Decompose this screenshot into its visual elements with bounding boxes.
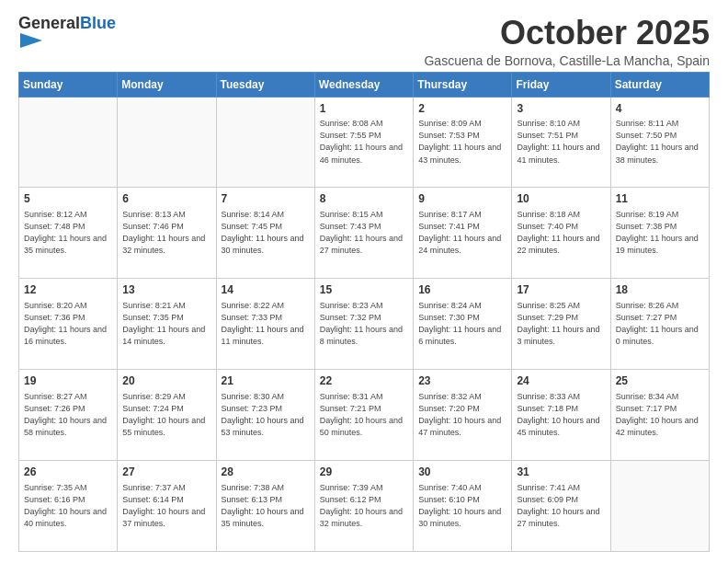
- day-cell: 31Sunrise: 7:41 AM Sunset: 6:09 PM Dayli…: [512, 461, 610, 552]
- day-cell: [610, 461, 709, 552]
- day-cell: 11Sunrise: 8:19 AM Sunset: 7:38 PM Dayli…: [610, 188, 709, 279]
- week-row-4: 26Sunrise: 7:35 AM Sunset: 6:16 PM Dayli…: [19, 461, 710, 552]
- day-number: 17: [517, 282, 605, 298]
- day-number: 9: [418, 191, 506, 207]
- day-info: Sunrise: 8:34 AM Sunset: 7:17 PM Dayligh…: [616, 391, 704, 439]
- day-info: Sunrise: 8:18 AM Sunset: 7:40 PM Dayligh…: [517, 209, 605, 257]
- day-cell: 20Sunrise: 8:29 AM Sunset: 7:24 PM Dayli…: [118, 370, 216, 461]
- day-number: 18: [616, 282, 704, 298]
- day-cell: [19, 97, 118, 188]
- day-info: Sunrise: 7:38 AM Sunset: 6:13 PM Dayligh…: [222, 482, 310, 530]
- day-cell: [118, 97, 216, 188]
- day-info: Sunrise: 8:09 AM Sunset: 7:53 PM Dayligh…: [418, 118, 506, 166]
- day-cell: 6Sunrise: 8:13 AM Sunset: 7:46 PM Daylig…: [118, 188, 216, 279]
- day-cell: 26Sunrise: 7:35 AM Sunset: 6:16 PM Dayli…: [19, 461, 118, 552]
- day-number: 14: [222, 282, 310, 298]
- day-info: Sunrise: 8:21 AM Sunset: 7:35 PM Dayligh…: [122, 300, 210, 348]
- logo-text: GeneralBlue: [18, 15, 116, 33]
- day-info: Sunrise: 8:22 AM Sunset: 7:33 PM Dayligh…: [222, 300, 310, 348]
- header: GeneralBlue October 2025 Gascuena de Bor…: [18, 15, 710, 68]
- header-cell-wednesday: Wednesday: [314, 72, 413, 97]
- day-cell: 3Sunrise: 8:10 AM Sunset: 7:51 PM Daylig…: [512, 97, 610, 188]
- day-number: 10: [517, 191, 605, 207]
- day-cell: 9Sunrise: 8:17 AM Sunset: 7:41 PM Daylig…: [414, 188, 512, 279]
- day-info: Sunrise: 7:39 AM Sunset: 6:12 PM Dayligh…: [320, 482, 408, 530]
- day-number: 31: [517, 465, 605, 480]
- day-cell: 19Sunrise: 8:27 AM Sunset: 7:26 PM Dayli…: [19, 370, 118, 461]
- day-number: 26: [24, 465, 112, 480]
- day-info: Sunrise: 8:25 AM Sunset: 7:29 PM Dayligh…: [517, 300, 605, 348]
- day-number: 23: [418, 373, 506, 389]
- day-cell: 16Sunrise: 8:24 AM Sunset: 7:30 PM Dayli…: [414, 279, 512, 370]
- day-number: 27: [122, 465, 210, 480]
- day-info: Sunrise: 8:30 AM Sunset: 7:23 PM Dayligh…: [222, 391, 310, 439]
- header-cell-sunday: Sunday: [19, 72, 118, 97]
- day-info: Sunrise: 8:17 AM Sunset: 7:41 PM Dayligh…: [418, 209, 506, 257]
- svg-marker-0: [20, 33, 42, 48]
- week-row-1: 5Sunrise: 8:12 AM Sunset: 7:48 PM Daylig…: [19, 188, 710, 279]
- logo-general: General: [18, 14, 80, 32]
- day-cell: 1Sunrise: 8:08 AM Sunset: 7:55 PM Daylig…: [314, 97, 413, 188]
- day-cell: 15Sunrise: 8:23 AM Sunset: 7:32 PM Dayli…: [314, 279, 413, 370]
- header-cell-saturday: Saturday: [610, 72, 709, 97]
- header-cell-tuesday: Tuesday: [216, 72, 314, 97]
- day-cell: 10Sunrise: 8:18 AM Sunset: 7:40 PM Dayli…: [512, 188, 610, 279]
- day-cell: 12Sunrise: 8:20 AM Sunset: 7:36 PM Dayli…: [19, 279, 118, 370]
- title-block: October 2025 Gascuena de Bornova, Castil…: [424, 15, 710, 68]
- day-number: 24: [517, 373, 605, 389]
- day-info: Sunrise: 7:35 AM Sunset: 6:16 PM Dayligh…: [24, 482, 112, 530]
- header-cell-thursday: Thursday: [414, 72, 512, 97]
- day-info: Sunrise: 8:12 AM Sunset: 7:48 PM Dayligh…: [24, 209, 112, 257]
- header-cell-monday: Monday: [118, 72, 216, 97]
- week-row-2: 12Sunrise: 8:20 AM Sunset: 7:36 PM Dayli…: [19, 279, 710, 370]
- day-number: 1: [320, 101, 408, 117]
- header-cell-friday: Friday: [512, 72, 610, 97]
- week-row-0: 1Sunrise: 8:08 AM Sunset: 7:55 PM Daylig…: [19, 97, 710, 188]
- day-info: Sunrise: 7:41 AM Sunset: 6:09 PM Dayligh…: [517, 482, 605, 530]
- day-cell: [216, 97, 314, 188]
- day-number: 2: [418, 101, 506, 117]
- day-number: 22: [320, 373, 408, 389]
- day-cell: 28Sunrise: 7:38 AM Sunset: 6:13 PM Dayli…: [216, 461, 314, 552]
- day-cell: 23Sunrise: 8:32 AM Sunset: 7:20 PM Dayli…: [414, 370, 512, 461]
- day-cell: 25Sunrise: 8:34 AM Sunset: 7:17 PM Dayli…: [610, 370, 709, 461]
- day-number: 4: [616, 101, 704, 117]
- calendar-body: 1Sunrise: 8:08 AM Sunset: 7:55 PM Daylig…: [19, 97, 710, 551]
- day-cell: 21Sunrise: 8:30 AM Sunset: 7:23 PM Dayli…: [216, 370, 314, 461]
- day-number: 3: [517, 101, 605, 117]
- day-info: Sunrise: 7:40 AM Sunset: 6:10 PM Dayligh…: [418, 482, 506, 530]
- day-info: Sunrise: 8:27 AM Sunset: 7:26 PM Dayligh…: [24, 391, 112, 439]
- day-number: 5: [24, 191, 112, 207]
- day-number: 8: [320, 191, 408, 207]
- day-number: 7: [222, 191, 310, 207]
- day-info: Sunrise: 8:31 AM Sunset: 7:21 PM Dayligh…: [320, 391, 408, 439]
- day-info: Sunrise: 8:23 AM Sunset: 7:32 PM Dayligh…: [320, 300, 408, 348]
- day-info: Sunrise: 8:15 AM Sunset: 7:43 PM Dayligh…: [320, 209, 408, 257]
- day-number: 30: [418, 465, 506, 480]
- day-cell: 24Sunrise: 8:33 AM Sunset: 7:18 PM Dayli…: [512, 370, 610, 461]
- day-number: 25: [616, 373, 704, 389]
- day-number: 6: [122, 191, 210, 207]
- logo-blue: Blue: [80, 14, 116, 32]
- day-info: Sunrise: 8:20 AM Sunset: 7:36 PM Dayligh…: [24, 300, 112, 348]
- day-number: 28: [222, 465, 310, 480]
- day-cell: 29Sunrise: 7:39 AM Sunset: 6:12 PM Dayli…: [314, 461, 413, 552]
- day-cell: 2Sunrise: 8:09 AM Sunset: 7:53 PM Daylig…: [414, 97, 512, 188]
- month-title: October 2025: [424, 15, 710, 52]
- day-info: Sunrise: 8:14 AM Sunset: 7:45 PM Dayligh…: [222, 209, 310, 257]
- day-cell: 4Sunrise: 8:11 AM Sunset: 7:50 PM Daylig…: [610, 97, 709, 188]
- day-cell: 17Sunrise: 8:25 AM Sunset: 7:29 PM Dayli…: [512, 279, 610, 370]
- day-number: 29: [320, 465, 408, 480]
- location-title: Gascuena de Bornova, Castille-La Mancha,…: [424, 53, 710, 68]
- calendar-table: SundayMondayTuesdayWednesdayThursdayFrid…: [18, 72, 710, 552]
- day-info: Sunrise: 8:19 AM Sunset: 7:38 PM Dayligh…: [616, 209, 704, 257]
- day-info: Sunrise: 8:08 AM Sunset: 7:55 PM Dayligh…: [320, 118, 408, 166]
- day-number: 13: [122, 282, 210, 298]
- day-number: 20: [122, 373, 210, 389]
- header-row: SundayMondayTuesdayWednesdayThursdayFrid…: [19, 72, 710, 97]
- day-number: 12: [24, 282, 112, 298]
- day-info: Sunrise: 8:32 AM Sunset: 7:20 PM Dayligh…: [418, 391, 506, 439]
- day-cell: 30Sunrise: 7:40 AM Sunset: 6:10 PM Dayli…: [414, 461, 512, 552]
- logo: GeneralBlue: [18, 15, 116, 52]
- day-cell: 18Sunrise: 8:26 AM Sunset: 7:27 PM Dayli…: [610, 279, 709, 370]
